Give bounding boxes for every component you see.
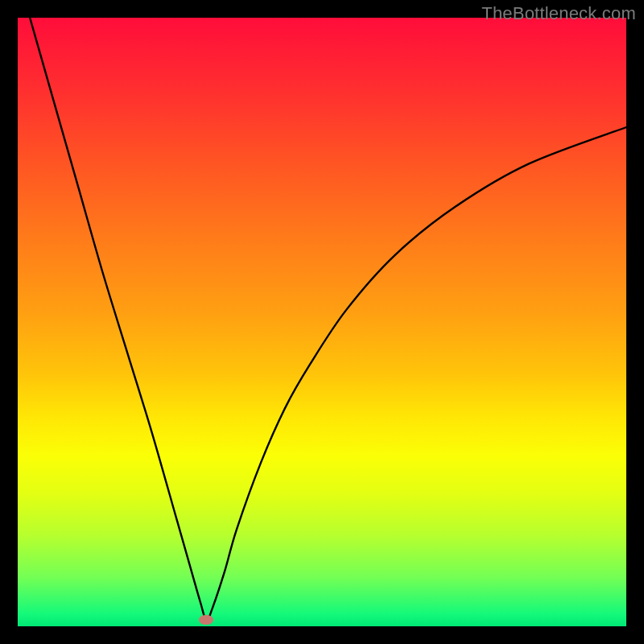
- minimum-marker: [199, 615, 213, 625]
- chart-plot-area: [18, 18, 626, 626]
- chart-frame: TheBottleneck.com: [0, 0, 644, 644]
- bottleneck-curve: [18, 18, 626, 626]
- watermark-text: TheBottleneck.com: [481, 3, 636, 24]
